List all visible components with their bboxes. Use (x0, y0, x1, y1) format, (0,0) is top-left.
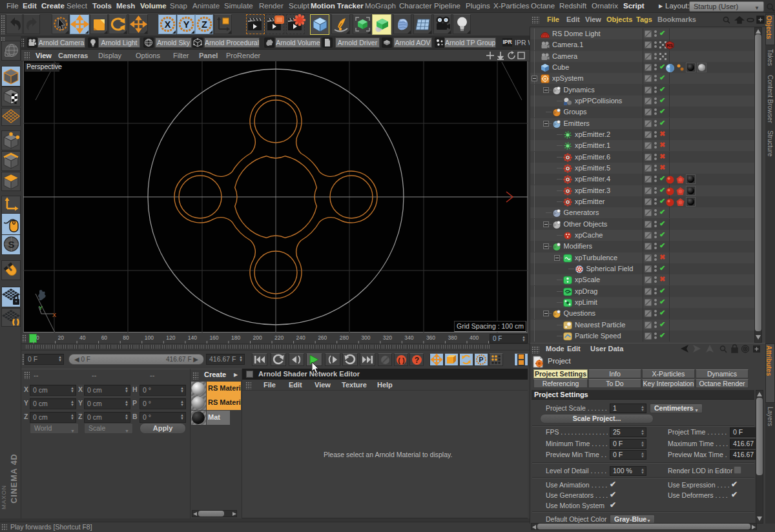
svg-text:260: 260 (318, 334, 327, 341)
svg-text:120: 120 (166, 334, 175, 341)
svg-text:180: 180 (231, 334, 240, 341)
svg-text:220: 220 (274, 334, 284, 341)
svg-text:P: P (479, 356, 483, 363)
svg-text:160: 160 (209, 334, 218, 341)
svg-text:40: 40 (79, 334, 86, 341)
svg-text:360: 360 (426, 334, 435, 341)
svg-text:X: X (52, 312, 56, 318)
svg-text:S: S (8, 239, 14, 250)
svg-text:RS: RS (666, 43, 673, 48)
svg-text:380: 380 (448, 334, 457, 341)
svg-text:0: 0 (36, 334, 39, 341)
svg-text:100: 100 (145, 334, 154, 341)
svg-text:( ): ( ) (398, 356, 405, 364)
svg-text:200: 200 (253, 334, 262, 341)
svg-text:340: 340 (404, 334, 413, 341)
svg-text:20: 20 (58, 334, 65, 341)
svg-text:240: 240 (296, 334, 305, 341)
svg-text:Y: Y (183, 19, 189, 30)
svg-text:X: X (165, 19, 171, 30)
svg-text:140: 140 (188, 334, 197, 341)
svg-text:Z: Z (202, 19, 207, 30)
svg-text:?: ? (415, 356, 419, 365)
svg-text:300: 300 (361, 334, 370, 341)
svg-text:400: 400 (470, 334, 479, 341)
svg-text:60: 60 (101, 334, 108, 341)
svg-text:80: 80 (123, 334, 129, 341)
svg-text:280: 280 (340, 334, 349, 341)
svg-text:Y: Y (39, 305, 43, 311)
svg-text:320: 320 (383, 334, 392, 341)
